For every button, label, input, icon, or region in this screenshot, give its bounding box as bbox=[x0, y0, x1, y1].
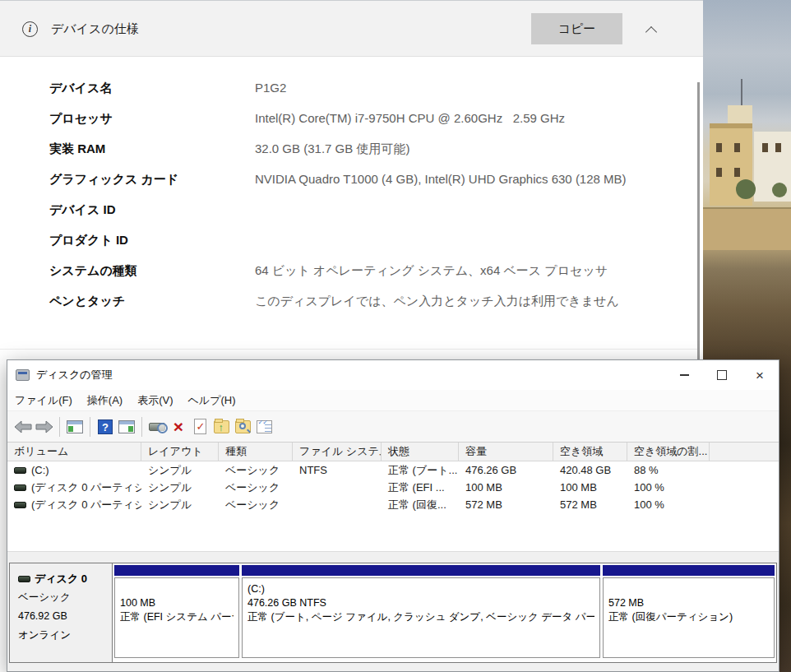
column-filesystem[interactable]: ファイル システム bbox=[293, 443, 382, 461]
disk-0-info[interactable]: ディスク 0 ベーシック 476.92 GB オンライン bbox=[10, 563, 113, 662]
menu-file[interactable]: ファイル(F) bbox=[7, 390, 80, 410]
disk-management-app-icon bbox=[16, 369, 30, 381]
disk-window-title: ディスクの管理 bbox=[36, 368, 665, 382]
disk-name: ディスク 0 bbox=[35, 570, 87, 588]
device-spec-list: デバイス名 P1G2 プロセッサ Intel(R) Core(TM) i7-97… bbox=[49, 79, 691, 322]
column-free-pct[interactable]: 空き領域の割... bbox=[627, 443, 710, 461]
wallpaper-stone-wall bbox=[703, 207, 791, 250]
console-tree-icon[interactable] bbox=[64, 416, 86, 438]
disk-management-window: ディスクの管理 × ファイル(F) 操作(A) 表示(V) ヘルプ(H) bbox=[7, 359, 779, 672]
spec-row-device-id: デバイス ID bbox=[49, 201, 691, 219]
wallpaper-tree bbox=[736, 179, 756, 199]
volume-layout: シンプル bbox=[141, 498, 219, 512]
explore-folder-icon[interactable] bbox=[232, 416, 253, 438]
volume-free-pct: 100 % bbox=[627, 498, 710, 511]
column-layout[interactable]: レイアウト bbox=[141, 443, 219, 461]
maximize-button[interactable] bbox=[703, 360, 741, 390]
desktop: i デバイスの仕様 コピー デバイス名 P1G2 プロセッサ Intel(R) … bbox=[0, 0, 791, 672]
disk-icon bbox=[18, 576, 30, 582]
wallpaper-window bbox=[734, 143, 740, 152]
wallpaper-window bbox=[775, 143, 781, 152]
volume-name: (C:) bbox=[31, 464, 49, 476]
set-partition-icon[interactable] bbox=[189, 416, 210, 438]
spec-row-processor: プロセッサ Intel(R) Core(TM) i7-9750H CPU @ 2… bbox=[49, 109, 691, 127]
disk-toolbar: ? × bbox=[7, 411, 779, 443]
volume-capacity: 476.26 GB bbox=[459, 464, 553, 476]
partition-color-bar bbox=[114, 565, 239, 576]
partition-label bbox=[120, 582, 234, 596]
chevron-up-icon[interactable] bbox=[646, 26, 657, 37]
partition-efi[interactable]: 100 MB 正常 (EFI システム パーティション) bbox=[114, 565, 239, 660]
volume-free: 420.48 GB bbox=[553, 464, 627, 476]
volume-status: 正常 (ブート... bbox=[382, 463, 459, 478]
volume-type: ベーシック bbox=[219, 480, 293, 495]
volume-free: 572 MB bbox=[553, 498, 627, 511]
partition-status: 正常 (ブート, ページ ファイル, クラッシュ ダンプ, ベーシック データ … bbox=[247, 610, 594, 624]
back-icon[interactable] bbox=[12, 416, 34, 438]
disk-size: 476.92 GB bbox=[18, 607, 112, 626]
volume-layout: シンプル bbox=[141, 463, 219, 478]
volume-name: (ディスク 0 パーティショ... bbox=[31, 498, 141, 512]
partition-label bbox=[608, 582, 769, 596]
column-filler bbox=[710, 443, 779, 461]
open-folder-icon[interactable] bbox=[210, 416, 232, 438]
partition-status: 正常 (回復パーティション) bbox=[608, 610, 769, 624]
column-volume[interactable]: ボリューム bbox=[7, 443, 141, 461]
table-row[interactable]: (ディスク 0 パーティショ... シンプル ベーシック 正常 (EFI ...… bbox=[7, 479, 779, 496]
spec-value: 32.0 GB (31.7 GB 使用可能) bbox=[255, 140, 641, 158]
action-pane-icon[interactable] bbox=[116, 416, 137, 438]
spec-row-product-id: プロダクト ID bbox=[49, 231, 691, 249]
spec-value bbox=[255, 201, 641, 219]
close-button[interactable]: × bbox=[741, 360, 779, 390]
toolbar-separator bbox=[59, 417, 60, 437]
spec-value: Intel(R) Core(TM) i7-9750H CPU @ 2.60GHz… bbox=[255, 109, 641, 127]
spec-value: このディスプレイでは、ペン入力とタッチ入力は利用できません bbox=[255, 292, 641, 310]
volume-capacity: 100 MB bbox=[459, 481, 553, 494]
partition-label: (C:) bbox=[247, 582, 594, 596]
menu-action[interactable]: 操作(A) bbox=[80, 390, 130, 410]
volume-name: (ディスク 0 パーティショ... bbox=[31, 480, 141, 495]
disk-titlebar[interactable]: ディスクの管理 × bbox=[7, 360, 779, 390]
delete-volume-icon[interactable]: × bbox=[168, 416, 189, 438]
volume-icon bbox=[14, 484, 26, 491]
disk-0-row: ディスク 0 ベーシック 476.92 GB オンライン 100 MB 正常 (… bbox=[9, 563, 777, 663]
menu-help[interactable]: ヘルプ(H) bbox=[181, 390, 243, 410]
spec-value: P1G2 bbox=[255, 79, 641, 97]
partition-map: 100 MB 正常 (EFI システム パーティション) (C:) 476.26… bbox=[113, 563, 776, 662]
page-title: デバイスの仕様 bbox=[51, 21, 139, 37]
properties-list-icon[interactable] bbox=[253, 416, 275, 438]
volume-free-pct: 88 % bbox=[627, 464, 710, 476]
disk-type: ベーシック bbox=[18, 588, 112, 607]
column-status[interactable]: 状態 bbox=[382, 443, 459, 461]
spec-label: プロダクト ID bbox=[49, 231, 255, 249]
partition-size: 100 MB bbox=[120, 596, 234, 610]
pane-splitter[interactable] bbox=[7, 551, 779, 561]
spec-label: ペンとタッチ bbox=[49, 292, 255, 310]
volume-fs: NTFS bbox=[293, 464, 382, 476]
volume-status: 正常 (EFI ... bbox=[382, 480, 459, 495]
menu-view[interactable]: 表示(V) bbox=[130, 390, 180, 410]
table-row[interactable]: (C:) シンプル ベーシック NTFS 正常 (ブート... 476.26 G… bbox=[7, 461, 779, 479]
forward-icon[interactable] bbox=[34, 416, 55, 438]
column-free[interactable]: 空き領域 bbox=[553, 443, 627, 461]
partition-recovery[interactable]: 572 MB 正常 (回復パーティション) bbox=[603, 565, 775, 660]
partition-size: 572 MB bbox=[608, 596, 769, 610]
spec-row-ram: 実装 RAM 32.0 GB (31.7 GB 使用可能) bbox=[49, 140, 691, 158]
spec-value: 64 ビット オペレーティング システム、x64 ベース プロセッサ bbox=[255, 262, 641, 280]
partition-color-bar bbox=[242, 565, 600, 576]
section-divider bbox=[0, 349, 697, 350]
copy-button[interactable]: コピー bbox=[531, 13, 622, 44]
wallpaper-window bbox=[716, 143, 722, 152]
minimize-button[interactable] bbox=[665, 360, 703, 390]
volume-free: 100 MB bbox=[553, 481, 627, 494]
column-type[interactable]: 種類 bbox=[219, 443, 293, 461]
table-row[interactable]: (ディスク 0 パーティショ... シンプル ベーシック 正常 (回復... 5… bbox=[7, 496, 779, 513]
settings-scrollbar[interactable] bbox=[697, 82, 700, 359]
column-capacity[interactable]: 容量 bbox=[459, 443, 553, 461]
partition-c[interactable]: (C:) 476.26 GB NTFS 正常 (ブート, ページ ファイル, ク… bbox=[242, 565, 600, 660]
help-icon[interactable]: ? bbox=[95, 416, 116, 438]
disk-view-icon[interactable] bbox=[146, 416, 168, 438]
spec-value bbox=[255, 231, 641, 249]
spec-value: NVIDIA Quadro T1000 (4 GB), Intel(R) UHD… bbox=[255, 170, 641, 188]
toolbar-separator bbox=[90, 417, 90, 437]
